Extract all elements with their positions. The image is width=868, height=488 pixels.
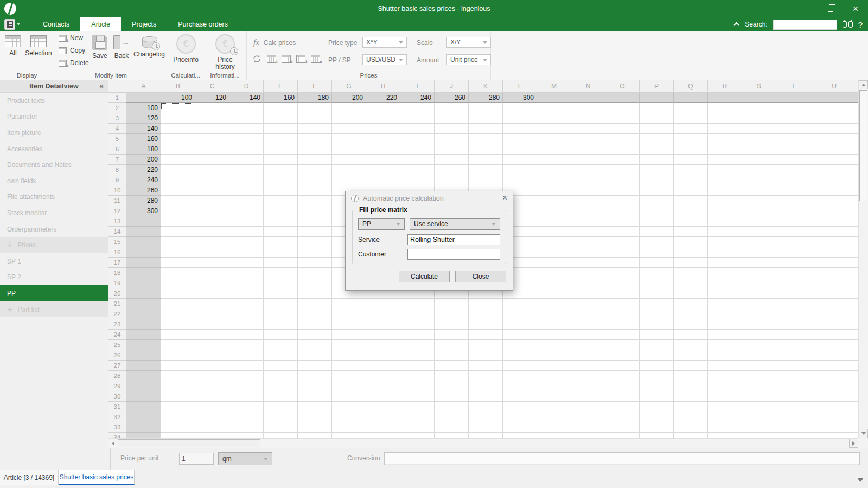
grid-cell-o26[interactable] bbox=[605, 350, 640, 361]
grid-cell-c28[interactable] bbox=[195, 371, 229, 381]
grid-cell-u30[interactable] bbox=[810, 391, 858, 402]
grid-cell-c24[interactable] bbox=[195, 330, 229, 340]
grid-cell-f8[interactable] bbox=[298, 165, 332, 175]
grid-cell-s8[interactable] bbox=[742, 165, 776, 175]
grid-cell-d20[interactable] bbox=[229, 288, 264, 299]
grid-cell-o18[interactable] bbox=[605, 268, 640, 278]
row-header-17[interactable]: 17 bbox=[108, 258, 126, 268]
grid-cell-j6[interactable] bbox=[435, 144, 469, 155]
grid-cell-s26[interactable] bbox=[742, 350, 776, 361]
grid-cell-k3[interactable] bbox=[469, 113, 503, 124]
grid-cell-m12[interactable] bbox=[537, 206, 571, 216]
grid-cell-u26[interactable] bbox=[810, 350, 858, 361]
grid-cell-k28[interactable] bbox=[469, 371, 503, 381]
grid-cell-r3[interactable] bbox=[708, 113, 742, 124]
grid-cell-g22[interactable] bbox=[332, 309, 366, 319]
sidebar-item-parameter[interactable]: Parameter bbox=[0, 109, 108, 125]
grid-cell-s15[interactable] bbox=[742, 237, 776, 247]
grid-cell-f14[interactable] bbox=[298, 227, 332, 237]
grid-cell-g9[interactable] bbox=[332, 175, 366, 185]
grid-cell-k9[interactable] bbox=[469, 175, 503, 185]
grid-cell-e23[interactable] bbox=[264, 319, 298, 330]
grid-cell-b23[interactable] bbox=[161, 319, 195, 330]
grid-cell-q1[interactable] bbox=[674, 93, 708, 103]
grid-cell-b20[interactable] bbox=[161, 288, 195, 299]
grid-cell-b19[interactable] bbox=[161, 278, 195, 288]
grid-cell-s10[interactable] bbox=[742, 185, 776, 196]
grid-cell-i7[interactable] bbox=[400, 155, 435, 165]
grid-cell-h33[interactable] bbox=[366, 422, 400, 433]
grid-cell-f25[interactable] bbox=[298, 340, 332, 350]
grid-cell-c32[interactable] bbox=[195, 412, 229, 422]
grid-cell-t26[interactable] bbox=[776, 350, 810, 361]
grid-cell-l32[interactable] bbox=[503, 412, 537, 422]
insert-column-icon[interactable]: + bbox=[267, 55, 276, 63]
grid-cell-n12[interactable] bbox=[571, 206, 605, 216]
grid-cell-f17[interactable] bbox=[298, 258, 332, 268]
sidebar-item-part-list[interactable]: +Part list bbox=[0, 301, 108, 318]
grid-cell-n29[interactable] bbox=[571, 381, 605, 391]
grid-cell-l31[interactable] bbox=[503, 402, 537, 412]
tab-article[interactable]: Article [3 / 14369] bbox=[0, 470, 59, 485]
grid-cell-h24[interactable] bbox=[366, 330, 400, 340]
grid-cell-h32[interactable] bbox=[366, 412, 400, 422]
sidebar-item-sp-2[interactable]: SP 2 bbox=[0, 269, 108, 286]
grid-cell-q29[interactable] bbox=[674, 381, 708, 391]
sidebar-item-orderparameters[interactable]: Orderparameters bbox=[0, 221, 108, 237]
grid-cell-u9[interactable] bbox=[810, 175, 858, 185]
grid-cell-o1[interactable] bbox=[605, 93, 640, 103]
grid-cell-o22[interactable] bbox=[605, 309, 640, 319]
grid-cell-b5[interactable] bbox=[161, 134, 195, 144]
grid-cell-n20[interactable] bbox=[571, 288, 605, 299]
column-header-i[interactable]: I bbox=[400, 80, 435, 93]
calculate-button[interactable]: Calculate bbox=[399, 271, 450, 282]
tab-shutter-basic-sales-prices[interactable]: Shutter basic sales prices bbox=[59, 470, 135, 485]
column-header-a[interactable]: A bbox=[126, 80, 161, 93]
grid-cell-s2[interactable] bbox=[742, 103, 776, 113]
grid-cell-s11[interactable] bbox=[742, 196, 776, 206]
grid-cell-n21[interactable] bbox=[571, 299, 605, 309]
grid-cell-b15[interactable] bbox=[161, 237, 195, 247]
grid-cell-t34[interactable] bbox=[776, 433, 810, 438]
grid-cell-p14[interactable] bbox=[640, 227, 674, 237]
grid-cell-c1[interactable]: 120 bbox=[195, 93, 229, 103]
grid-cell-d17[interactable] bbox=[229, 258, 264, 268]
grid-cell-a34[interactable] bbox=[126, 433, 161, 438]
grid-cell-q31[interactable] bbox=[674, 402, 708, 412]
grid-cell-c4[interactable] bbox=[195, 124, 229, 134]
grid-cell-k4[interactable] bbox=[469, 124, 503, 134]
grid-cell-d27[interactable] bbox=[229, 361, 264, 371]
grid-cell-u21[interactable] bbox=[810, 299, 858, 309]
grid-cell-p25[interactable] bbox=[640, 340, 674, 350]
grid-cell-a6[interactable]: 180 bbox=[126, 144, 161, 155]
grid-cell-d25[interactable] bbox=[229, 340, 264, 350]
grid-cell-m25[interactable] bbox=[537, 340, 571, 350]
grid-cell-a25[interactable] bbox=[126, 340, 161, 350]
grid-cell-e6[interactable] bbox=[264, 144, 298, 155]
grid-cell-l33[interactable] bbox=[503, 422, 537, 433]
grid-cell-e8[interactable] bbox=[264, 165, 298, 175]
grid-cell-q34[interactable] bbox=[674, 433, 708, 438]
dialog-close-button-bottom[interactable]: Close bbox=[455, 271, 506, 282]
grid-cell-o8[interactable] bbox=[605, 165, 640, 175]
grid-cell-u3[interactable] bbox=[810, 113, 858, 124]
grid-cell-s12[interactable] bbox=[742, 206, 776, 216]
sidebar-item-own-fields[interactable]: own fields bbox=[0, 173, 108, 189]
selection-button[interactable]: Selection bbox=[24, 35, 53, 57]
grid-cell-k6[interactable] bbox=[469, 144, 503, 155]
grid-cell-u8[interactable] bbox=[810, 165, 858, 175]
conversion-input[interactable] bbox=[384, 452, 860, 465]
grid-cell-o31[interactable] bbox=[605, 402, 640, 412]
grid-cell-m11[interactable] bbox=[537, 196, 571, 206]
grid-cell-f19[interactable] bbox=[298, 278, 332, 288]
grid-cell-s18[interactable] bbox=[742, 268, 776, 278]
grid-cell-k21[interactable] bbox=[469, 299, 503, 309]
grid-cell-n23[interactable] bbox=[571, 319, 605, 330]
grid-cell-u25[interactable] bbox=[810, 340, 858, 350]
grid-cell-u34[interactable] bbox=[810, 433, 858, 438]
grid-cell-r15[interactable] bbox=[708, 237, 742, 247]
price-kind-select[interactable]: PP bbox=[358, 218, 405, 230]
grid-cell-s6[interactable] bbox=[742, 144, 776, 155]
grid-cell-a28[interactable] bbox=[126, 371, 161, 381]
column-header-h[interactable]: H bbox=[366, 80, 400, 93]
